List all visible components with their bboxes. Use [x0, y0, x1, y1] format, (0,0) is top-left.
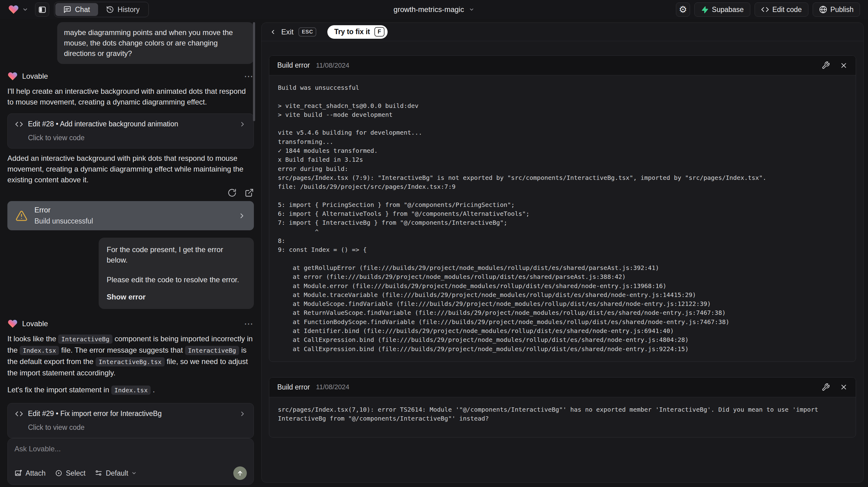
chevron-right-icon: [239, 410, 246, 418]
edit-29-subtitle: Click to view code: [28, 423, 246, 432]
esc-key-badge: ESC: [299, 27, 316, 37]
message-more-menu-icon[interactable]: ⋯: [244, 318, 254, 329]
edit-29-card[interactable]: Edit #29 • Fix import error for Interact…: [7, 403, 254, 438]
build-error-card-1: Build error 11/08/2024 Build was unsucce…: [269, 55, 856, 362]
close-icon[interactable]: [840, 383, 848, 391]
chevron-right-icon: [239, 121, 246, 128]
chat-scrollbar[interactable]: [253, 22, 255, 121]
code-brackets-icon: [15, 410, 23, 418]
tab-chat-label: Chat: [75, 5, 90, 14]
assistant-name: Lovable: [22, 72, 48, 81]
code-brackets-icon: [761, 5, 769, 13]
close-icon[interactable]: [840, 61, 848, 69]
open-external-icon[interactable]: [245, 188, 254, 197]
attach-label: Attach: [26, 469, 45, 478]
error-cards-list: Build error 11/08/2024 Build was unsucce…: [261, 41, 863, 437]
model-label: Default: [106, 469, 128, 478]
wrench-icon[interactable]: [822, 61, 830, 69]
supabase-bolt-icon: [701, 6, 709, 13]
attach-button[interactable]: Attach: [14, 469, 45, 478]
build-error-title: Build error: [277, 61, 310, 69]
message-more-menu-icon[interactable]: ⋯: [244, 71, 254, 82]
build-error-card[interactable]: Error Build unsuccessful: [7, 201, 254, 230]
preview-panel: Exit ESC Try to fix it F Build error 11/…: [261, 23, 864, 483]
edit-code-label: Edit code: [772, 5, 802, 14]
model-selector[interactable]: Default: [95, 469, 137, 478]
build-error-body: src/pages/Index.tsx(7,10): error TS2614:…: [269, 397, 856, 437]
f-key-badge: F: [374, 27, 384, 37]
user-message: For the code present, I get the error be…: [99, 238, 254, 309]
arrow-up-icon: [236, 469, 244, 477]
inline-code: Index.tsx: [20, 346, 59, 355]
edit-29-title: Edit #29 • Fix import error for Interact…: [28, 409, 162, 418]
tab-history[interactable]: History: [98, 3, 148, 16]
exit-button[interactable]: Exit ESC: [270, 27, 316, 37]
edit-28-subtitle: Click to view code: [28, 134, 246, 142]
tab-chat[interactable]: Chat: [55, 3, 98, 16]
chat-history-tab-group: Chat History: [54, 2, 149, 17]
chevron-right-icon: [238, 212, 246, 220]
globe-icon: [819, 5, 827, 13]
tab-history-label: History: [118, 5, 140, 14]
build-error-body: Build was unsuccessful > vite_react_shad…: [269, 75, 856, 362]
chat-input-box: Attach Select Default: [7, 438, 254, 485]
model-chevron-down-icon: [131, 470, 137, 476]
send-button[interactable]: [233, 466, 247, 480]
inline-code: Index.tsx: [111, 386, 151, 395]
sliders-icon: [95, 469, 103, 477]
inline-code: InteractiveBg: [185, 346, 240, 355]
select-button[interactable]: Select: [55, 469, 86, 478]
project-chevron-down-icon: [469, 7, 474, 12]
chevron-left-icon: [270, 29, 276, 35]
user-message-line: For the code present, I get the error be…: [107, 244, 246, 265]
edit-code-button[interactable]: Edit code: [754, 2, 808, 17]
publish-label: Publish: [831, 5, 854, 14]
error-card-title: Error: [34, 206, 93, 214]
select-target-icon: [55, 469, 63, 477]
lovable-heart-icon: [7, 318, 18, 329]
assistant-message: Added an interactive background with pin…: [7, 153, 254, 185]
exit-label: Exit: [281, 28, 293, 36]
wrench-icon[interactable]: [822, 383, 830, 391]
user-message: maybe diagramming points and when you mo…: [57, 22, 254, 64]
restore-icon[interactable]: [227, 188, 237, 197]
chat-bubble-icon: [63, 5, 71, 13]
sidebar-toggle-button[interactable]: [35, 2, 49, 17]
show-error-label: Show error: [107, 292, 246, 302]
history-clock-icon: [106, 5, 114, 13]
project-name: growth-metrics-magic: [394, 5, 464, 14]
edit-28-title: Edit #28 • Add interactive background an…: [28, 120, 178, 128]
build-error-date: 11/08/2024: [316, 61, 349, 69]
build-error-card-2: Build error 11/08/2024 src/pages/Index.t…: [269, 377, 856, 437]
try-to-fix-label: Try to fix it: [334, 28, 370, 36]
publish-button[interactable]: Publish: [813, 2, 860, 17]
supabase-button[interactable]: Supabase: [694, 2, 750, 17]
try-to-fix-button[interactable]: Try to fix it F: [327, 25, 387, 39]
select-label: Select: [66, 469, 86, 478]
assistant-message: Let's fix the import statement in Index.…: [7, 384, 254, 396]
warning-triangle-icon: [16, 210, 28, 222]
message-actions: [7, 188, 254, 197]
build-log: src/pages/Index.tsx(7,10): error TS2614:…: [278, 405, 847, 429]
assistant-header: Lovable ⋯: [7, 318, 254, 329]
preview-header: Exit ESC Try to fix it F: [261, 23, 863, 41]
logo-chevron-down-icon[interactable]: [22, 6, 28, 12]
error-card-subtitle: Build unsuccessful: [34, 217, 93, 225]
inline-code: InteractiveBg.tsx: [96, 357, 165, 366]
assistant-header: Lovable ⋯: [7, 71, 254, 82]
settings-button[interactable]: ⚙: [676, 2, 690, 17]
lovable-logo-heart-icon[interactable]: [8, 4, 19, 15]
assistant-message: I'll help create an interactive backgrou…: [7, 86, 254, 107]
supabase-label: Supabase: [712, 5, 744, 14]
attach-image-icon: [14, 469, 23, 477]
edit-28-card[interactable]: Edit #28 • Add interactive background an…: [7, 114, 254, 149]
gear-icon: ⚙: [679, 5, 687, 14]
project-name-dropdown[interactable]: growth-metrics-magic: [394, 5, 474, 14]
code-brackets-icon: [15, 120, 23, 128]
build-error-header: Build error 11/08/2024: [269, 377, 856, 397]
chat-input[interactable]: [14, 445, 247, 457]
sidebar-panel-icon: [38, 5, 46, 14]
assistant-message: It looks like the InteractiveBg componen…: [7, 333, 254, 378]
top-bar: Chat History growth-metrics-magic ⚙ Supa…: [0, 0, 868, 19]
lovable-heart-icon: [7, 71, 18, 82]
